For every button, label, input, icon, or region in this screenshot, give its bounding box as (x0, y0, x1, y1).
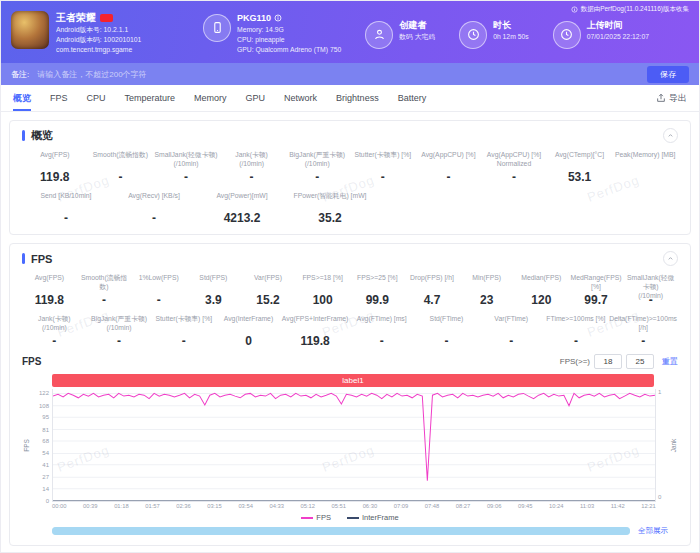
metric: BigJank(严重卡顿) (/10min)- (87, 315, 152, 348)
x-axis-tick: 03:15 (207, 503, 222, 509)
legend-label: InterFrame (362, 513, 399, 522)
fps-threshold-input[interactable] (594, 354, 622, 369)
tab-Network[interactable]: Network (284, 85, 317, 111)
device-gpu: GPU: Qualcomm Adreno (TM) 750 (237, 45, 341, 55)
y-axis-tick: 108 (39, 403, 49, 409)
metric-label: Delta(FTime)>=100ms [/h] (609, 315, 677, 332)
tab-GPU[interactable]: GPU (246, 85, 266, 111)
tab-Brightness[interactable]: Brightness (336, 85, 379, 111)
metric-label: FPower(智能耗电) [mW] (287, 192, 373, 209)
metric-value: 99.9 (351, 293, 404, 307)
fps-panel: FPS Avg(FPS)119.8Smooth(流畅指数)-1%Low(FPS)… (9, 243, 691, 546)
fps-line-chart-plot[interactable] (52, 389, 656, 502)
x-axis-tick: 08:27 (456, 503, 471, 509)
x-axis-tick: 01:18 (114, 503, 129, 509)
metric-value: - (417, 170, 481, 184)
device-name: PKG110 (237, 11, 271, 25)
metric-value: 120 (515, 293, 568, 307)
right-axis-tick: 1 (658, 389, 661, 395)
metric-label: MedRange(FPS)[%] (570, 274, 623, 291)
metric-label: Stutter(卡顿率) [%] (152, 315, 215, 332)
legend-item[interactable]: FPS (301, 513, 331, 522)
tab-FPS[interactable]: FPS (50, 85, 68, 111)
x-axis-tick: 09:06 (487, 503, 502, 509)
metric-label: Smooth(流畅指数) (89, 151, 153, 168)
metric-value: - (23, 334, 86, 348)
metric-label: Smooth(流畅指数) (78, 274, 131, 291)
metric: FPower(智能耗电) [mW]35.2 (286, 192, 374, 225)
fps-threshold-inputs (594, 354, 654, 369)
tab-概览[interactable]: 概览 (13, 85, 31, 111)
metric-label: Avg(Power)[mW] (199, 192, 285, 209)
fps-metrics-row1: Avg(FPS)119.8Smooth(流畅指数)-1%Low(FPS)-Std… (22, 274, 678, 307)
app-icon (11, 11, 49, 49)
accent-bar (22, 130, 25, 141)
export-button[interactable]: 导出 (656, 92, 687, 105)
legend-item[interactable]: InterFrame (347, 513, 399, 522)
metric: Var(FPS)15.2 (241, 274, 296, 307)
upload-time-info: 上传时间 07/01/2025 22:12:07 (553, 16, 649, 49)
metric-label: Std(FTime) (415, 315, 478, 332)
upload-time-icon (553, 21, 581, 49)
collector-version-note: 数据由PerfDog(11.0.241116)版本收集 (571, 5, 689, 14)
metric-value: - (480, 334, 543, 348)
upload-time-meta: 上传时间 07/01/2025 22:12:07 (587, 18, 649, 43)
tab-bar: 概览FPSCPUTemperatureMemoryGPUNetworkBrigh… (1, 85, 699, 112)
selection-band-label: label1 (342, 376, 363, 385)
overview-metrics-row1: Avg(FPS)119.8Smooth(流畅指数)-SmallJank(轻微卡顿… (22, 151, 678, 184)
metric-label: SmallJank(轻微卡顿) (/10min) (154, 151, 218, 168)
metric-value: 4.7 (406, 293, 459, 307)
y-axis-tick: 54 (42, 450, 49, 456)
fps-threshold-label: FPS(>=) (560, 357, 590, 366)
metric-value: 119.8 (282, 334, 349, 348)
metric: Peak(Memory) [MB] (612, 151, 678, 184)
metric-label: Avg(CTemp)[°C] (548, 151, 612, 168)
fps-metrics-row2: Jank(卡顿) (/10min)-BigJank(严重卡顿) (/10min)… (22, 315, 678, 348)
metric-value: - (154, 170, 218, 184)
metric-value: 100 (296, 293, 349, 307)
fps-chart-title: FPS (22, 356, 41, 367)
metric-value: - (111, 211, 197, 225)
metric: Jank(卡顿) (/10min)- (22, 315, 87, 348)
metric-value: - (220, 170, 284, 184)
metric-value: - (624, 293, 677, 307)
accent-bar (22, 253, 25, 264)
metric-value: 119.8 (23, 293, 76, 307)
tab-Temperature[interactable]: Temperature (125, 85, 176, 111)
note-input[interactable] (35, 69, 641, 80)
show-all-link[interactable]: 全部展示 (638, 526, 668, 536)
metric-label: Median(FPS) (515, 274, 568, 291)
metric-label: Var(FPS) (242, 274, 295, 291)
metric: Avg(InterFrame)0 (216, 315, 281, 348)
metric: Avg(Recv) [KB/s]- (110, 192, 198, 225)
info-icon (274, 14, 282, 22)
tabs: 概览FPSCPUTemperatureMemoryGPUNetworkBrigh… (13, 85, 426, 111)
chart-scrollbar[interactable] (52, 527, 630, 535)
app-tag-badge (100, 14, 113, 22)
metric-label: Drop(FPS) [/h] (406, 274, 459, 291)
tab-Battery[interactable]: Battery (398, 85, 427, 111)
overview-collapse-button[interactable] (663, 128, 678, 143)
note-label: 备注: (11, 69, 29, 80)
metric: Avg(CTemp)[°C]53.1 (547, 151, 613, 184)
metric-value: 99.7 (570, 293, 623, 307)
y-axis-tick: 95 (42, 414, 49, 420)
app-version-code: Android版本码: 1002010101 (56, 35, 141, 45)
reset-link[interactable]: 重置 (662, 356, 678, 367)
metric-value: 119.8 (23, 170, 87, 184)
x-axis-tick: 05:12 (301, 503, 316, 509)
tab-CPU[interactable]: CPU (87, 85, 106, 111)
metric-value: - (415, 334, 478, 348)
tab-Memory[interactable]: Memory (194, 85, 227, 111)
x-axis-ticks: 00:0000:3901:1801:5702:3603:1503:5404:33… (52, 503, 656, 509)
fps-threshold-input[interactable] (626, 354, 654, 369)
app-meta: 王者荣耀 Android版本号: 10.2.1.1 Android版本码: 10… (56, 11, 141, 56)
y-axis-tick: 41 (42, 462, 49, 468)
chart-scrollbar-handle[interactable] (52, 527, 630, 535)
legend-label: FPS (316, 513, 331, 522)
metric: SmallJank(轻微卡顿) (/10min)- (153, 151, 219, 184)
device-info: PKG110 Memory: 14.9G CPU: pineapple GPU:… (203, 9, 341, 56)
save-button[interactable]: 保存 (647, 66, 689, 83)
fps-collapse-button[interactable] (663, 251, 678, 266)
metric-label: Send [KB/10min] (23, 192, 109, 209)
